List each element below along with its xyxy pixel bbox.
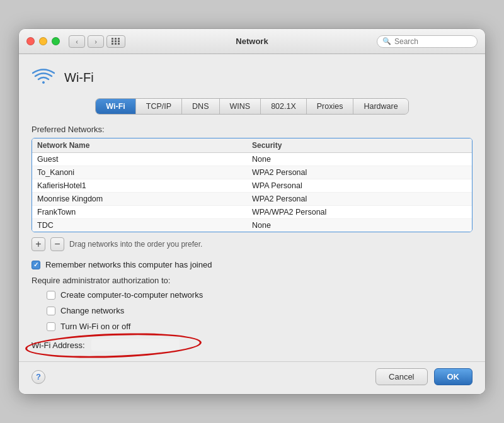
add-network-button[interactable]: + [32,237,45,251]
maximize-button[interactable] [52,37,60,45]
section-header: Wi-Fi [32,65,472,89]
back-button[interactable]: ‹ [69,35,85,48]
create-networks-checkbox-row[interactable]: Create computer-to-computer networks [47,290,472,300]
change-networks-label: Change networks [60,306,124,315]
tab-8021x[interactable]: 802.1X [261,99,307,114]
wifi-icon [32,65,55,89]
network-name: To_Kanoni [37,168,252,177]
section-title: Wi-Fi [64,70,94,85]
network-name: TDC [37,221,252,230]
ok-button[interactable]: OK [434,368,473,385]
network-name: Moonrise Kingdom [37,195,252,203]
table-row[interactable]: Moonrise Kingdom WPA2 Personal [32,193,472,206]
table-row[interactable]: Guest None [32,153,472,166]
network-security: WPA Personal [252,181,467,190]
turn-off-label: Turn Wi-Fi on or off [60,322,130,331]
table-row[interactable]: To_Kanoni WPA2 Personal [32,166,472,179]
network-security: WPA/WPA2 Personal [252,208,467,217]
network-name: Guest [37,155,252,164]
minimize-button[interactable] [39,37,47,45]
window: ‹ › Network 🔍 [19,29,485,394]
search-input[interactable] [394,37,472,46]
content-area: Wi-Fi Wi-Fi TCP/IP DNS WINS 802.1X Proxi… [19,54,485,361]
table-header: Network Name Security [32,138,472,153]
cancel-button[interactable]: Cancel [375,368,427,385]
remember-checkbox[interactable]: ✓ [32,261,40,269]
tab-hardware[interactable]: Hardware [353,99,408,114]
network-name: KafierisHotel1 [37,181,252,190]
remember-checkbox-row[interactable]: ✓ Remember networks this computer has jo… [32,260,472,269]
wifi-address-row: Wi-Fi Address: [32,339,472,351]
table-body: Guest None To_Kanoni WPA2 Personal Kafie… [32,153,472,232]
turn-off-checkbox-row[interactable]: Turn Wi-Fi on or off [47,322,472,331]
forward-button[interactable]: › [88,35,104,48]
tab-proxies[interactable]: Proxies [307,99,354,114]
table-row[interactable]: FrankTown WPA/WPA2 Personal [32,206,472,219]
tab-wifi[interactable]: Wi-Fi [96,99,135,114]
wifi-address-value [91,339,180,351]
tab-tcpip[interactable]: TCP/IP [136,99,182,114]
network-security: None [252,155,467,164]
col-header-security: Security [252,141,467,150]
preferred-networks-label: Preferred Networks: [32,125,472,134]
turn-off-checkbox[interactable] [47,322,55,331]
tab-wins[interactable]: WINS [220,99,261,114]
drag-hint: Drag networks into the order you prefer. [69,240,202,249]
search-bar[interactable]: 🔍 [377,35,478,48]
tab-dns[interactable]: DNS [182,99,219,114]
table-controls: + − Drag networks into the order you pre… [32,237,472,251]
wifi-address-label: Wi-Fi Address: [32,341,85,350]
checkmark-icon: ✓ [33,261,38,268]
network-security: None [252,221,467,230]
search-icon: 🔍 [382,37,391,45]
create-networks-label: Create computer-to-computer networks [60,290,203,300]
remove-network-button[interactable]: − [50,237,64,251]
tabs-container: Wi-Fi TCP/IP DNS WINS 802.1X Proxies Har… [95,98,408,115]
grid-button[interactable] [106,35,125,48]
network-name: FrankTown [37,208,252,217]
help-button[interactable]: ? [32,370,45,384]
network-security: WPA2 Personal [252,195,467,203]
network-security: WPA2 Personal [252,168,467,177]
change-networks-checkbox[interactable] [47,307,55,315]
network-table: Network Name Security Guest None To_Kano… [32,138,472,232]
remember-label: Remember networks this computer has join… [45,260,212,269]
window-title: Network [236,37,268,46]
table-row[interactable]: KafierisHotel1 WPA Personal [32,179,472,193]
traffic-lights [26,37,60,45]
change-networks-checkbox-row[interactable]: Change networks [47,306,472,315]
close-button[interactable] [26,37,35,45]
require-label: Require administrator authorization to: [32,276,472,285]
title-bar: ‹ › Network 🔍 [19,29,485,54]
bottom-bar: ? Cancel OK [19,361,485,394]
col-header-name: Network Name [37,141,252,150]
bottom-actions: Cancel OK [375,368,472,385]
table-row[interactable]: TDC None [32,219,472,232]
create-networks-checkbox[interactable] [47,291,55,300]
